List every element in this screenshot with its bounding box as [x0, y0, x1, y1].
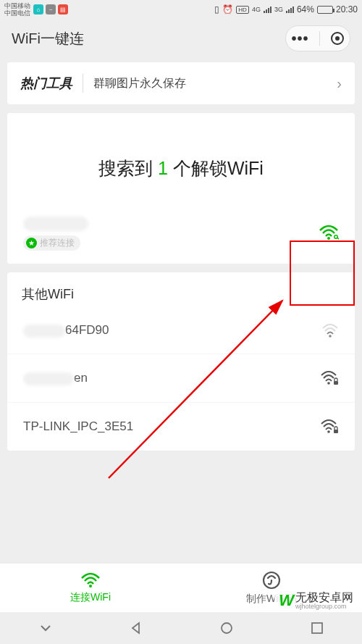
- wifi-lock-icon: [320, 370, 339, 386]
- other-wifi-title: 其他WiFi: [7, 285, 355, 307]
- svg-point-10: [222, 623, 232, 633]
- watermark-logo: W: [279, 591, 292, 610]
- signal-bars-2: [286, 6, 294, 13]
- promo-title: 热门工具: [20, 75, 72, 92]
- status-bar: 中国移动 中国电信 ⌂ ~ ▤ ▯ ⏰ HD 4G 3G 64% 20:30: [0, 0, 362, 19]
- alarm-icon: ⏰: [222, 4, 233, 14]
- wifi-ssid: en: [23, 371, 88, 385]
- svg-rect-6: [334, 430, 338, 433]
- unlocked-wifi-item[interactable]: ★ 推荐连接: [7, 206, 355, 264]
- battery-icon: [317, 6, 333, 14]
- wifi-weak-icon: [321, 323, 339, 338]
- wifi-lock-icon: [320, 419, 339, 435]
- recommend-badge: ★ 推荐连接: [23, 235, 80, 251]
- star-icon: ★: [26, 238, 37, 248]
- app-title: WiFi一键连: [12, 29, 84, 49]
- svg-point-8: [89, 585, 92, 587]
- title-bar: WiFi一键连 •••: [0, 19, 362, 58]
- close-miniprogram-icon[interactable]: [331, 32, 344, 45]
- other-wifi-section: 其他WiFi 64FD90 en TP-LINK_IPC_3E51: [7, 272, 355, 451]
- capsule-divider: [319, 31, 320, 46]
- signal-bars-1: [264, 6, 272, 13]
- svg-rect-11: [312, 623, 322, 633]
- status-app-icon-1: ⌂: [33, 4, 43, 14]
- vibrate-icon: ▯: [214, 4, 219, 14]
- unlocked-wifi-card: 搜索到 1 个解锁WiFi ★ 推荐连接: [7, 113, 355, 264]
- hd-badge: HD: [236, 6, 249, 14]
- other-wifi-item[interactable]: 64FD90: [7, 307, 355, 354]
- capsule-menu: •••: [285, 25, 350, 51]
- promo-banner[interactable]: 热门工具 群聊图片永久保存 ›: [7, 62, 355, 104]
- wifi-ssid: TP-LINK_IPC_3E51: [23, 419, 133, 434]
- wifi-ssid-redacted: [23, 217, 88, 231]
- other-wifi-item[interactable]: en: [7, 354, 355, 402]
- search-result-heading: 搜索到 1 个解锁WiFi: [7, 113, 355, 206]
- nav-dropdown-icon[interactable]: [38, 621, 53, 635]
- watermark-text: 无极安卓网: [295, 592, 353, 603]
- watermark-url: wjhotelgroup.com: [295, 603, 353, 610]
- unlocked-count: 1: [158, 158, 168, 178]
- nav-back-icon[interactable]: [129, 621, 143, 635]
- wifi-icon: [80, 572, 101, 588]
- nav-recents-icon[interactable]: [310, 621, 324, 635]
- battery-pct: 64%: [297, 4, 314, 14]
- android-nav-bar: [0, 612, 362, 644]
- svg-point-3: [327, 382, 330, 385]
- wifi-key-icon: [319, 225, 339, 243]
- chevron-right-icon: ›: [337, 75, 342, 92]
- svg-point-5: [327, 430, 330, 433]
- svg-point-0: [327, 237, 330, 240]
- wifi-ssid: 64FD90: [23, 323, 109, 338]
- clock: 20:30: [336, 4, 358, 14]
- status-app-icon-2: ~: [46, 4, 56, 14]
- status-app-icon-3: ▤: [58, 4, 68, 14]
- promo-divider: [83, 74, 83, 93]
- tab-label: 连接WiFi: [70, 591, 111, 604]
- promo-subtitle: 群聊图片永久保存: [93, 76, 186, 91]
- tab-connect-wifi[interactable]: 连接WiFi: [0, 564, 181, 612]
- watermark: W 无极安卓网 wjhotelgroup.com: [274, 589, 358, 612]
- qrcode-gen-icon: [262, 571, 281, 590]
- more-icon[interactable]: •••: [291, 30, 308, 47]
- nav-home-icon[interactable]: [219, 621, 234, 635]
- net-3g-label: 3G: [274, 6, 283, 13]
- other-wifi-item[interactable]: TP-LINK_IPC_3E51: [7, 402, 355, 451]
- net-4g-label: 4G: [252, 6, 261, 13]
- svg-point-2: [329, 335, 332, 338]
- svg-rect-4: [334, 381, 338, 385]
- carrier-label: 中国移动 中国电信: [4, 2, 30, 17]
